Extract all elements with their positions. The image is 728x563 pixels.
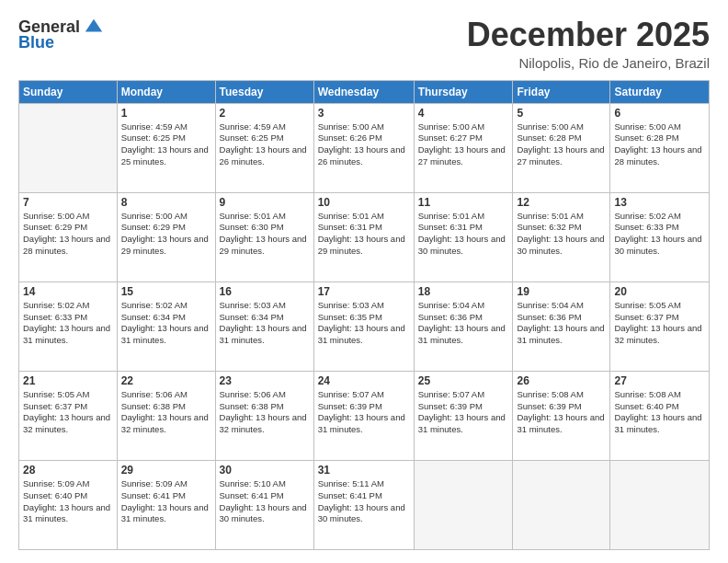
day-info: Sunrise: 5:09 AM Sunset: 6:40 PM Dayligh… xyxy=(23,478,113,525)
day-info: Sunrise: 5:00 AM Sunset: 6:28 PM Dayligh… xyxy=(517,121,606,168)
svg-marker-0 xyxy=(85,19,102,32)
calendar-page: General Blue December 2025 Nilopolis, Ri… xyxy=(0,0,728,563)
calendar-day-cell: 3Sunrise: 5:00 AM Sunset: 6:26 PM Daylig… xyxy=(313,103,414,192)
day-number: 13 xyxy=(614,196,705,209)
calendar-day-cell: 17Sunrise: 5:03 AM Sunset: 6:35 PM Dayli… xyxy=(313,282,414,371)
day-info: Sunrise: 5:00 AM Sunset: 6:29 PM Dayligh… xyxy=(121,211,211,258)
day-number: 26 xyxy=(517,374,606,387)
calendar-subtitle: Nilopolis, Rio de Janeiro, Brazil xyxy=(467,55,710,71)
calendar-day-cell: 4Sunrise: 5:00 AM Sunset: 6:27 PM Daylig… xyxy=(414,103,513,192)
calendar-day-cell: 26Sunrise: 5:08 AM Sunset: 6:39 PM Dayli… xyxy=(513,371,610,460)
calendar-week-row: 28Sunrise: 5:09 AM Sunset: 6:40 PM Dayli… xyxy=(19,460,710,549)
day-info: Sunrise: 5:01 AM Sunset: 6:32 PM Dayligh… xyxy=(517,211,606,258)
calendar-day-cell: 30Sunrise: 5:10 AM Sunset: 6:41 PM Dayli… xyxy=(215,460,313,549)
calendar-day-cell: 11Sunrise: 5:01 AM Sunset: 6:31 PM Dayli… xyxy=(414,192,513,282)
weekday-header-cell: Tuesday xyxy=(215,80,313,103)
calendar-day-cell xyxy=(610,460,710,549)
day-number: 17 xyxy=(318,285,410,298)
day-number: 1 xyxy=(121,107,211,120)
day-number: 3 xyxy=(318,107,410,120)
day-number: 5 xyxy=(517,107,606,120)
weekday-header-cell: Thursday xyxy=(414,80,513,103)
calendar-day-cell: 25Sunrise: 5:07 AM Sunset: 6:39 PM Dayli… xyxy=(414,371,513,460)
calendar-week-row: 14Sunrise: 5:02 AM Sunset: 6:33 PM Dayli… xyxy=(19,282,710,371)
calendar-day-cell: 13Sunrise: 5:02 AM Sunset: 6:33 PM Dayli… xyxy=(610,192,710,282)
day-info: Sunrise: 5:06 AM Sunset: 6:38 PM Dayligh… xyxy=(220,389,310,436)
calendar-day-cell: 21Sunrise: 5:05 AM Sunset: 6:37 PM Dayli… xyxy=(19,371,118,460)
day-info: Sunrise: 5:05 AM Sunset: 6:37 PM Dayligh… xyxy=(614,300,705,347)
day-info: Sunrise: 5:01 AM Sunset: 6:31 PM Dayligh… xyxy=(318,211,410,258)
day-info: Sunrise: 5:00 AM Sunset: 6:28 PM Dayligh… xyxy=(614,121,705,168)
calendar-day-cell: 15Sunrise: 5:02 AM Sunset: 6:34 PM Dayli… xyxy=(117,282,215,371)
day-info: Sunrise: 5:03 AM Sunset: 6:35 PM Dayligh… xyxy=(318,300,410,347)
day-number: 19 xyxy=(517,285,606,298)
day-number: 2 xyxy=(220,107,310,120)
day-info: Sunrise: 5:01 AM Sunset: 6:31 PM Dayligh… xyxy=(418,211,509,258)
day-info: Sunrise: 5:09 AM Sunset: 6:41 PM Dayligh… xyxy=(121,478,211,525)
day-info: Sunrise: 5:04 AM Sunset: 6:36 PM Dayligh… xyxy=(418,300,509,347)
weekday-header-cell: Monday xyxy=(117,80,215,103)
day-number: 14 xyxy=(23,285,113,298)
calendar-day-cell: 9Sunrise: 5:01 AM Sunset: 6:30 PM Daylig… xyxy=(215,192,313,282)
day-info: Sunrise: 5:07 AM Sunset: 6:39 PM Dayligh… xyxy=(318,389,410,436)
day-info: Sunrise: 5:06 AM Sunset: 6:38 PM Dayligh… xyxy=(121,389,211,436)
day-number: 8 xyxy=(121,196,211,209)
day-number: 31 xyxy=(318,464,410,477)
day-number: 11 xyxy=(418,196,509,209)
calendar-title: December 2025 xyxy=(467,17,710,53)
calendar-day-cell: 2Sunrise: 4:59 AM Sunset: 6:25 PM Daylig… xyxy=(215,103,313,192)
calendar-day-cell xyxy=(513,460,610,549)
day-number: 21 xyxy=(23,374,113,387)
calendar-day-cell: 5Sunrise: 5:00 AM Sunset: 6:28 PM Daylig… xyxy=(513,103,610,192)
day-number: 22 xyxy=(121,374,211,387)
calendar-day-cell: 18Sunrise: 5:04 AM Sunset: 6:36 PM Dayli… xyxy=(414,282,513,371)
day-number: 28 xyxy=(23,464,113,477)
calendar-day-cell: 23Sunrise: 5:06 AM Sunset: 6:38 PM Dayli… xyxy=(215,371,313,460)
day-info: Sunrise: 4:59 AM Sunset: 6:25 PM Dayligh… xyxy=(220,121,310,168)
day-number: 24 xyxy=(318,374,410,387)
day-info: Sunrise: 5:02 AM Sunset: 6:33 PM Dayligh… xyxy=(23,300,113,347)
day-info: Sunrise: 5:10 AM Sunset: 6:41 PM Dayligh… xyxy=(220,478,310,525)
calendar-day-cell: 28Sunrise: 5:09 AM Sunset: 6:40 PM Dayli… xyxy=(19,460,118,549)
calendar-day-cell: 16Sunrise: 5:03 AM Sunset: 6:34 PM Dayli… xyxy=(215,282,313,371)
logo-icon xyxy=(84,17,104,37)
calendar-table: SundayMondayTuesdayWednesdayThursdayFrid… xyxy=(18,80,710,550)
day-number: 25 xyxy=(418,374,509,387)
day-number: 16 xyxy=(220,285,310,298)
day-info: Sunrise: 4:59 AM Sunset: 6:25 PM Dayligh… xyxy=(121,121,211,168)
day-info: Sunrise: 5:00 AM Sunset: 6:26 PM Dayligh… xyxy=(318,121,410,168)
day-info: Sunrise: 5:01 AM Sunset: 6:30 PM Dayligh… xyxy=(220,211,310,258)
day-info: Sunrise: 5:08 AM Sunset: 6:39 PM Dayligh… xyxy=(517,389,606,436)
day-number: 18 xyxy=(418,285,509,298)
day-number: 7 xyxy=(23,196,113,209)
calendar-day-cell: 27Sunrise: 5:08 AM Sunset: 6:40 PM Dayli… xyxy=(610,371,710,460)
day-number: 23 xyxy=(220,374,310,387)
day-number: 10 xyxy=(318,196,410,209)
title-section: December 2025 Nilopolis, Rio de Janeiro,… xyxy=(467,17,710,71)
calendar-day-cell: 24Sunrise: 5:07 AM Sunset: 6:39 PM Dayli… xyxy=(313,371,414,460)
day-info: Sunrise: 5:11 AM Sunset: 6:41 PM Dayligh… xyxy=(318,478,410,525)
calendar-day-cell xyxy=(19,103,118,192)
logo-blue-text: Blue xyxy=(18,33,54,52)
day-number: 27 xyxy=(614,374,705,387)
calendar-day-cell: 6Sunrise: 5:00 AM Sunset: 6:28 PM Daylig… xyxy=(610,103,710,192)
day-number: 15 xyxy=(121,285,211,298)
calendar-day-cell: 8Sunrise: 5:00 AM Sunset: 6:29 PM Daylig… xyxy=(117,192,215,282)
calendar-day-cell: 22Sunrise: 5:06 AM Sunset: 6:38 PM Dayli… xyxy=(117,371,215,460)
calendar-week-row: 1Sunrise: 4:59 AM Sunset: 6:25 PM Daylig… xyxy=(19,103,710,192)
day-number: 6 xyxy=(614,107,705,120)
calendar-day-cell: 19Sunrise: 5:04 AM Sunset: 6:36 PM Dayli… xyxy=(513,282,610,371)
weekday-header-cell: Friday xyxy=(513,80,610,103)
day-info: Sunrise: 5:00 AM Sunset: 6:27 PM Dayligh… xyxy=(418,121,509,168)
day-info: Sunrise: 5:08 AM Sunset: 6:40 PM Dayligh… xyxy=(614,389,705,436)
calendar-day-cell: 20Sunrise: 5:05 AM Sunset: 6:37 PM Dayli… xyxy=(610,282,710,371)
day-info: Sunrise: 5:00 AM Sunset: 6:29 PM Dayligh… xyxy=(23,211,113,258)
calendar-day-cell: 14Sunrise: 5:02 AM Sunset: 6:33 PM Dayli… xyxy=(19,282,118,371)
day-number: 12 xyxy=(517,196,606,209)
calendar-day-cell: 10Sunrise: 5:01 AM Sunset: 6:31 PM Dayli… xyxy=(313,192,414,282)
day-info: Sunrise: 5:07 AM Sunset: 6:39 PM Dayligh… xyxy=(418,389,509,436)
day-info: Sunrise: 5:05 AM Sunset: 6:37 PM Dayligh… xyxy=(23,389,113,436)
day-info: Sunrise: 5:04 AM Sunset: 6:36 PM Dayligh… xyxy=(517,300,606,347)
weekday-header: SundayMondayTuesdayWednesdayThursdayFrid… xyxy=(19,80,710,103)
calendar-body: 1Sunrise: 4:59 AM Sunset: 6:25 PM Daylig… xyxy=(19,103,710,549)
